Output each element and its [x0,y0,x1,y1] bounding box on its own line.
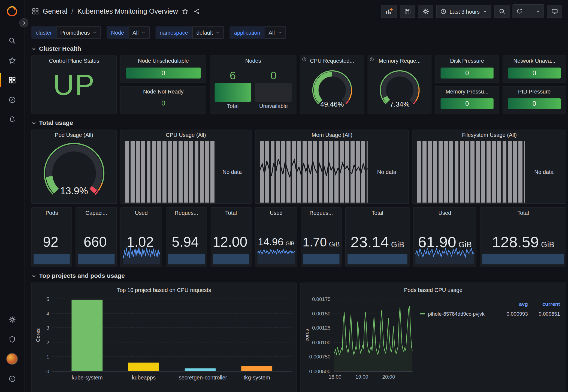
sidebar-item-help[interactable]: ? [0,369,24,388]
nodes-unavailable-bar [255,83,292,102]
panel-title[interactable]: Pods [32,208,72,218]
panel-title[interactable]: Total [481,208,566,218]
x-axis: kube-systemkubeappssecretgen-controllert… [52,374,292,381]
pid-pressure-gauge-bar: 0 [508,98,561,109]
nodes-unavailable-value: 0 [270,69,276,82]
panel-title[interactable]: Disk Pressure [436,56,498,66]
pod-usage-gauge: 13.9% [32,140,116,203]
grafana-logo[interactable] [0,0,24,23]
refresh-dashboard-button[interactable] [513,5,526,18]
y-axis-tick-label: 0.000750 [309,354,331,360]
section-title: Top projects and pods usage [39,272,125,280]
kiosk-mode-button[interactable] [547,5,562,18]
bar-tkg-system[interactable] [241,366,272,372]
x-axis-category-label: tkg-system [235,374,278,381]
save-dashboard-button[interactable] [400,5,415,18]
legend-header-avg[interactable]: avg [496,301,528,307]
bar-chart-plot[interactable] [52,299,292,372]
panel-title[interactable]: Filesystem Usage (All) [413,130,566,140]
sidebar-item-configuration[interactable] [0,310,24,329]
bar-kubeapps[interactable] [128,363,159,371]
sidebar-item-starred[interactable] [0,50,24,70]
star-dashboard-button[interactable] [182,8,188,14]
section-total-usage[interactable]: Total usage [31,117,73,130]
sidebar-item-server-admin[interactable] [0,329,24,349]
time-range-picker[interactable]: Last 3 hours [436,5,491,18]
panel-title[interactable]: Network Unava... [503,56,566,66]
panel-title[interactable]: Reques... [166,208,207,218]
section-top-projects[interactable]: Top projects and pods usage [31,270,125,283]
panel-title[interactable]: Pod Usage (All) [32,130,116,140]
variable-cluster: cluster Prometheus [31,26,101,39]
nodes-unavailable-label: Unavailable [259,103,288,109]
stat-value: 92 [43,235,61,249]
share-dashboard-button[interactable] [193,8,200,14]
template-variables-bar: cluster Prometheus Node All na [25,23,568,43]
variable-node-value[interactable]: All [128,26,149,39]
variable-namespace-value[interactable]: default [192,26,224,39]
legend-header-current[interactable]: current [528,301,560,307]
panel-title[interactable]: CPU Requested... [300,56,364,66]
panel-title[interactable]: Capaci... [76,208,116,218]
stat-value: 23.14GiB [351,234,404,250]
panel-title[interactable]: Node Unschedulable [121,56,206,66]
panel-title[interactable]: Total [211,208,251,218]
panel-title[interactable]: Used [413,208,476,218]
no-data-label: No data [216,169,248,175]
add-panel-button[interactable] [381,5,397,18]
panel-title[interactable]: Pods based CPU usage [301,285,566,295]
nodes-unavailable-group: 0 Unavailable [255,69,292,109]
sidebar-item-search[interactable] [0,31,24,50]
stat-value: 0 [465,69,469,77]
variable-cluster-value[interactable]: Prometheus [56,26,101,39]
panel-title[interactable]: Reques... [301,208,341,218]
panel-title[interactable]: Memory Pressu... [436,86,498,97]
bar-slot [66,299,109,371]
panel-title[interactable]: Total [346,208,409,218]
legend-series-avg: 0.000993 [496,311,528,316]
variable-node-label: Node [107,26,128,39]
panel-mem-total: Total 23.14GiB [345,207,409,267]
header-toolbar: Last 3 hours [381,4,562,18]
panel-title[interactable]: Nodes [210,56,296,66]
section-cluster-health[interactable]: Cluster Health [31,43,81,56]
stat-value: 660 [84,235,109,249]
time-series-plot[interactable] [333,299,412,372]
panel-title[interactable]: Mem Usage (All) [255,130,409,140]
panel-title[interactable]: Used [256,208,297,218]
shield-icon [8,335,16,343]
breadcrumb-title[interactable]: Kubernetes Monitoring Overview [77,7,178,15]
dashboard-settings-button[interactable] [418,5,433,18]
bar-slot [235,299,278,371]
sidebar-item-explore[interactable] [0,90,24,109]
panel-info-corner[interactable] [370,57,374,62]
zoom-out-time-button[interactable] [494,5,509,18]
stat-value: 0 [465,100,469,107]
panel-title[interactable]: CPU Usage (All) [121,130,251,140]
sidebar-item-dashboards[interactable] [0,70,24,90]
panel-title[interactable]: Top 10 project based on CPU requests [32,285,296,295]
breadcrumb-folder[interactable]: General [43,7,68,15]
panel-title[interactable]: Control Plane Status [32,56,117,66]
nav-sidebar: ? [0,0,25,392]
bar-kube-system[interactable] [72,300,103,372]
variable-namespace-selected: default [197,29,213,36]
variable-application-value[interactable]: All [265,26,286,39]
chevron-down-icon [141,30,146,35]
panel-pods-cpu-usage: Pods based CPU usage cores 0.001750.0015… [300,283,566,392]
bar-secretgen-controller[interactable] [185,368,216,371]
panel-title[interactable]: Memory Reque... [368,56,431,66]
panel-title[interactable]: Node Not Ready [121,86,206,97]
refresh-interval-dropdown[interactable] [532,5,544,18]
panel-title[interactable]: PID Pressure [503,86,566,97]
variable-namespace-label: namespace [155,26,192,39]
sidebar-item-alerting[interactable] [0,110,24,129]
sidebar-item-profile[interactable] [0,349,24,369]
panel-info-corner[interactable] [302,57,307,62]
stat-value: 0 [533,100,536,107]
panel-title[interactable]: Used [121,208,162,218]
sidebar-expand-button[interactable] [19,18,28,27]
y-axis: 0.001750.001500.001250.001000.0007500.00… [310,299,334,371]
stat-value: 5.94 [172,235,201,249]
legend-series-name[interactable]: pihole-85784dd9cc-pvjvk [420,311,496,316]
